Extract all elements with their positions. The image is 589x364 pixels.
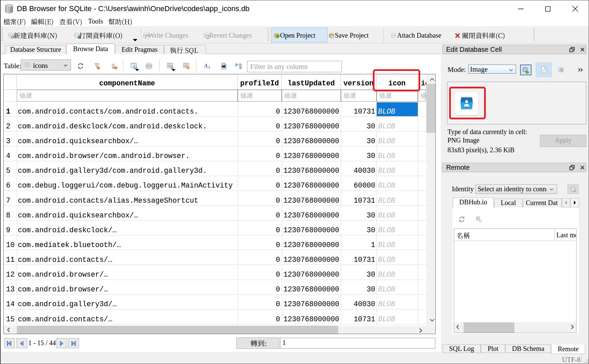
svg-text:A: A [207,65,210,70]
svg-text:b: b [235,63,238,67]
